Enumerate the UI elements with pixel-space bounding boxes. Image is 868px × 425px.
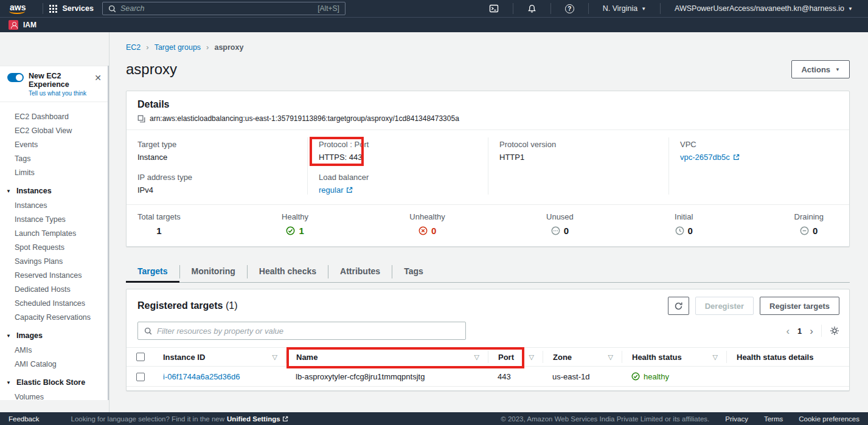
register-targets-button[interactable]: Register targets: [760, 297, 839, 315]
cookie-preferences-link[interactable]: Cookie preferences: [799, 415, 859, 423]
target-type-label: Target type: [137, 140, 296, 149]
iam-label: IAM: [23, 21, 36, 29]
services-menu-button[interactable]: Services: [49, 4, 93, 13]
region-selector[interactable]: N. Virginia ▼: [595, 4, 654, 13]
sidebar-item-events[interactable]: Events: [0, 137, 109, 151]
tab-attributes[interactable]: Attributes: [328, 261, 392, 283]
stat-total-targets: Total targets 1: [137, 212, 181, 236]
feedback-link[interactable]: Feedback: [9, 415, 40, 423]
tab-health-checks[interactable]: Health checks: [248, 261, 328, 283]
sidebar-panel: New EC2 Experience Tell us what you thin…: [0, 66, 109, 400]
column-header-name: Name: [296, 353, 318, 362]
account-menu[interactable]: AWSPowerUserAccess/navaneeth.kn@harness.…: [667, 4, 861, 13]
ec2-sidebar: New EC2 Experience Tell us what you thin…: [0, 32, 109, 412]
sidebar-item-reserved-instances[interactable]: Reserved Instances: [0, 268, 109, 282]
sidebar-item-ec2-global-view[interactable]: EC2 Global View: [0, 123, 109, 137]
sidebar-item-ami-catalog[interactable]: AMI Catalog: [0, 357, 109, 371]
sidebar-section-images[interactable]: ▼ Images: [0, 324, 109, 343]
chevron-down-icon: ▼: [6, 380, 11, 385]
previous-page-button[interactable]: ‹: [786, 326, 790, 336]
new-experience-banner: New EC2 Experience Tell us what you thin…: [0, 66, 109, 102]
privacy-link[interactable]: Privacy: [725, 415, 748, 423]
tab-tags[interactable]: Tags: [392, 261, 435, 283]
new-experience-toggle[interactable]: [7, 73, 24, 82]
unified-settings-link[interactable]: Unified Settings: [227, 415, 288, 423]
services-label: Services: [62, 4, 93, 13]
column-header-health-status: Health status: [632, 353, 682, 362]
load-balancer-link[interactable]: regular: [319, 185, 353, 195]
feedback-link[interactable]: Tell us what you think: [29, 90, 88, 97]
services-grid-icon: [49, 5, 57, 13]
sidebar-item-volumes[interactable]: Volumes: [0, 390, 109, 400]
instance-id-link[interactable]: i-06f1744a6a25d36d6: [163, 372, 240, 381]
stat-unused: Unused 0: [546, 212, 574, 236]
row-checkbox[interactable]: [136, 373, 145, 381]
bell-icon: [527, 4, 536, 13]
notifications-button[interactable]: [519, 4, 544, 13]
global-search-box[interactable]: [Alt+S]: [102, 2, 345, 15]
filter-box[interactable]: [137, 322, 466, 340]
sidebar-item-spot-requests[interactable]: Spot Requests: [0, 240, 109, 254]
details-heading: Details: [137, 99, 838, 110]
protocol-version-value: HTTP1: [499, 153, 658, 162]
next-page-button[interactable]: ›: [810, 326, 813, 336]
select-all-checkbox[interactable]: [136, 353, 145, 361]
sidebar-item-amis[interactable]: AMIs: [0, 343, 109, 357]
main-content: EC2 › Target groups › asproxy asproxy Ac…: [109, 32, 868, 412]
external-link-icon: [282, 416, 288, 422]
sidebar-item-instance-types[interactable]: Instance Types: [0, 212, 109, 226]
sort-icon[interactable]: ▽: [529, 353, 534, 361]
breadcrumb-ec2[interactable]: EC2: [126, 43, 141, 52]
table-settings-button[interactable]: [830, 326, 839, 336]
search-input[interactable]: [120, 4, 313, 13]
target-port-cell: 443: [488, 367, 543, 387]
copy-icon[interactable]: [137, 115, 145, 123]
sidebar-item-dedicated-hosts[interactable]: Dedicated Hosts: [0, 282, 109, 296]
sidebar-item-launch-templates[interactable]: Launch Templates: [0, 226, 109, 240]
vpc-link[interactable]: vpc-2657db5c: [680, 153, 740, 162]
sort-icon[interactable]: ▽: [273, 353, 277, 361]
x-circle-icon: [418, 226, 428, 235]
deregister-button[interactable]: Deregister: [695, 297, 754, 315]
page-number[interactable]: 1: [797, 327, 802, 336]
tab-monitoring[interactable]: Monitoring: [180, 261, 247, 283]
stat-draining: Draining 0: [794, 212, 824, 236]
sidebar-nav: EC2 Dashboard EC2 Global View Events Tag…: [0, 102, 109, 400]
table-header-row: Instance ID▽ Name▽ Port▽ Zone▽ Health st…: [127, 348, 849, 367]
favorite-iam-link[interactable]: IAM: [9, 20, 36, 30]
sort-icon[interactable]: ▽: [713, 353, 718, 361]
actions-button[interactable]: Actions ▼: [791, 60, 850, 78]
registered-targets-panel: Registered targets (1) Deregister Regist…: [126, 289, 850, 391]
stat-unhealthy: Unhealthy 0: [409, 212, 445, 236]
sort-icon[interactable]: ▽: [474, 353, 479, 361]
health-summary: Total targets 1 Healthy 1 Unhealthy: [127, 204, 849, 246]
load-balancer-label: Load balancer: [319, 173, 477, 182]
sidebar-item-limits[interactable]: Limits: [0, 165, 109, 179]
sort-icon[interactable]: ▽: [608, 353, 613, 361]
sidebar-item-instances[interactable]: Instances: [0, 198, 109, 212]
sidebar-item-scheduled-instances[interactable]: Scheduled Instances: [0, 296, 109, 310]
table-row: i-06f1744a6a25d36d6 lb-asproxytyler-cfcg…: [127, 367, 849, 387]
sidebar-section-ebs[interactable]: ▼ Elastic Block Store: [0, 371, 109, 390]
sidebar-item-savings-plans[interactable]: Savings Plans: [0, 254, 109, 268]
sidebar-item-tags[interactable]: Tags: [0, 151, 109, 165]
sidebar-scrollbar[interactable]: [108, 66, 109, 400]
sidebar-item-capacity-reservations[interactable]: Capacity Reservations: [0, 310, 109, 324]
help-button[interactable]: ?: [557, 4, 582, 13]
divider: [513, 3, 513, 14]
close-icon[interactable]: ✕: [93, 72, 103, 84]
protocol-port-value: HTTPS: 443: [319, 153, 477, 162]
target-group-arn: arn:aws:elasticloadbalancing:us-east-1:3…: [150, 114, 459, 123]
terms-link[interactable]: Terms: [764, 415, 783, 423]
chevron-down-icon: ▼: [641, 6, 646, 12]
refresh-button[interactable]: [668, 297, 689, 315]
chevron-down-icon: ▼: [6, 188, 11, 194]
tab-targets[interactable]: Targets: [126, 261, 179, 283]
aws-logo[interactable]: aws: [7, 2, 28, 15]
cloudshell-button[interactable]: [481, 4, 507, 13]
filter-input[interactable]: [157, 327, 459, 336]
breadcrumb-target-groups[interactable]: Target groups: [155, 43, 201, 52]
search-shortcut-hint: [Alt+S]: [318, 4, 339, 13]
sidebar-item-ec2-dashboard[interactable]: EC2 Dashboard: [0, 109, 109, 123]
sidebar-section-instances[interactable]: ▼ Instances: [0, 179, 109, 198]
